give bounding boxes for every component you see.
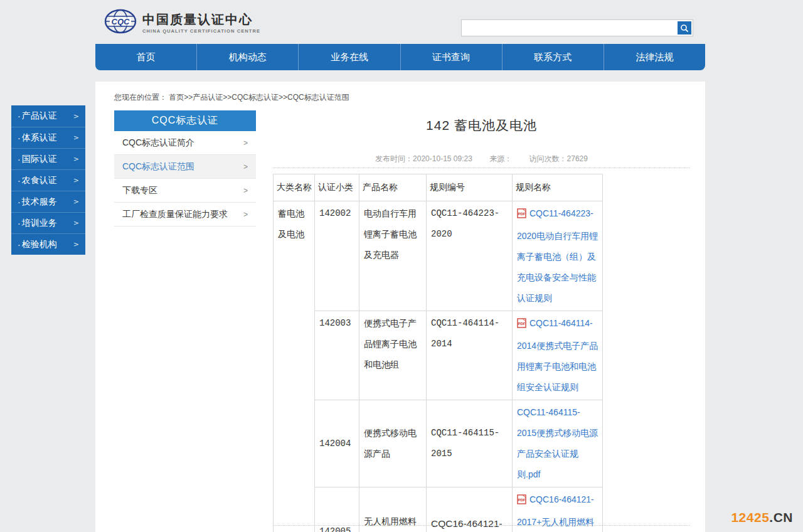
divider bbox=[273, 525, 690, 526]
sidebar-item-label: 技术服务 bbox=[22, 196, 73, 208]
column-header-product: 产品名称 bbox=[359, 174, 427, 201]
chevron-right-icon: > bbox=[73, 176, 79, 184]
cqc-globe-logo-icon: CQC bbox=[104, 9, 137, 36]
table-row: 142003 便携式电子产品锂离子电池和电池组 CQC11-464114-201… bbox=[274, 311, 603, 400]
rule-pdf-link[interactable]: PDFCQC16-464121-2017+无人机用燃料电池发电系统认证规则 bbox=[517, 494, 596, 532]
certification-rules-table: 大类名称 认证小类 产品名称 规则编号 规则名称 蓄电池及电池 142002 电… bbox=[273, 174, 603, 532]
site-subtitle: CHINA QUALITY CERTIFICATION CENTRE bbox=[142, 28, 260, 34]
pdf-icon: PDF bbox=[517, 491, 526, 512]
chevron-right-icon: > bbox=[73, 112, 79, 120]
pdf-icon: PDF bbox=[517, 315, 526, 336]
svg-text:PDF: PDF bbox=[518, 498, 526, 502]
sidebar-item-agrifood-cert[interactable]: · 农食认证 > bbox=[11, 169, 85, 191]
nav-item-legal[interactable]: 法律法规 bbox=[604, 44, 705, 70]
column-header-category: 大类名称 bbox=[274, 174, 315, 201]
article-meta: 发布时间：2020-10-15 09:23 来源： 访问次数：27629 bbox=[273, 154, 690, 164]
search-icon bbox=[680, 24, 689, 33]
publish-time-label: 发布时间： bbox=[375, 154, 413, 163]
source-label: 来源： bbox=[489, 154, 512, 163]
watermark-suffix: .CN bbox=[769, 510, 793, 524]
nav-item-contact[interactable]: 联系方式 bbox=[502, 44, 604, 70]
rule-pdf-link[interactable]: PDFCQC11-464223-2020电动自行车用锂离子蓄电池（组）及充电设备… bbox=[517, 208, 598, 303]
menu-item-downloads[interactable]: 下载专区 > bbox=[114, 179, 256, 203]
publish-time-value: 2020-10-15 09:23 bbox=[413, 154, 472, 163]
chevron-right-icon: > bbox=[243, 186, 248, 195]
bullet-icon: · bbox=[18, 240, 21, 250]
bullet-icon: · bbox=[18, 154, 21, 164]
rule-name-cell: CQC11-464115-2015便携式移动电源产品安全认证规则.pdf bbox=[513, 400, 603, 487]
rule-pdf-link[interactable]: CQC11-464115-2015便携式移动电源产品安全认证规则.pdf bbox=[517, 407, 598, 479]
menu-item-cqc-mark-intro[interactable]: CQC标志认证简介 > bbox=[114, 131, 256, 155]
rule-link-text: CQC11-464114-2014便携式电子产品用锂离子电池和电池组安全认证规则 bbox=[517, 318, 598, 392]
subclass-cell: 142003 bbox=[315, 311, 359, 400]
sidebar-item-label: 农食认证 bbox=[22, 175, 73, 186]
nav-item-certificate-query[interactable]: 证书查询 bbox=[400, 44, 502, 70]
chevron-right-icon: > bbox=[73, 198, 79, 206]
rule-pdf-link[interactable]: PDFCQC11-464114-2014便携式电子产品用锂离子电池和电池组安全认… bbox=[517, 318, 598, 392]
site-watermark: 12425.CN bbox=[731, 510, 793, 525]
product-cell: 便携式电子产品锂离子电池和电池组 bbox=[359, 311, 427, 400]
chevron-right-icon: > bbox=[73, 134, 79, 142]
sidebar-item-system-cert[interactable]: · 体系认证 > bbox=[11, 127, 85, 148]
sidebar-item-label: 产品认证 bbox=[22, 110, 73, 122]
svg-text:PDF: PDF bbox=[518, 322, 526, 326]
sidebar-item-technical-service[interactable]: · 技术服务 > bbox=[11, 191, 85, 212]
main-navigation: 首页 机构动态 业务在线 证书查询 联系方式 法律法规 bbox=[95, 44, 705, 70]
product-cell: 电动自行车用锂离子蓄电池及充电器 bbox=[359, 201, 427, 311]
sidebar-item-label: 体系认证 bbox=[22, 132, 73, 144]
chevron-right-icon: > bbox=[243, 162, 248, 171]
search-input[interactable] bbox=[462, 20, 693, 36]
nav-item-organization-news[interactable]: 机构动态 bbox=[196, 44, 298, 70]
rule-name-cell: PDFCQC11-464114-2014便携式电子产品用锂离子电池和电池组安全认… bbox=[513, 311, 603, 400]
site-title: 中国质量认证中心 bbox=[142, 12, 260, 27]
chevron-right-icon: > bbox=[73, 219, 79, 227]
table-header-row: 大类名称 认证小类 产品名称 规则编号 规则名称 bbox=[274, 174, 603, 201]
bullet-icon: · bbox=[18, 176, 21, 186]
category-cell: 蓄电池及电池 bbox=[274, 201, 315, 532]
sidebar-item-label: 检验机构 bbox=[22, 239, 73, 250]
site-logo[interactable]: CQC 中国质量认证中心 CHINA QUALITY CERTIFICATION… bbox=[104, 9, 260, 36]
nav-item-home[interactable]: 首页 bbox=[95, 44, 196, 70]
watermark-number: 12425 bbox=[731, 510, 769, 524]
subclass-cell: 142004 bbox=[315, 400, 359, 487]
nav-item-online-business[interactable]: 业务在线 bbox=[298, 44, 400, 70]
rule-name-cell: PDFCQC11-464223-2020电动自行车用锂离子蓄电池（组）及充电设备… bbox=[513, 201, 603, 311]
bullet-icon: · bbox=[18, 197, 21, 207]
sidebar-item-international-cert[interactable]: · 国际认证 > bbox=[11, 148, 85, 169]
divider bbox=[273, 168, 690, 168]
menu-item-label: 下载专区 bbox=[122, 185, 243, 196]
column-header-rule-no: 规则编号 bbox=[427, 174, 513, 201]
chevron-right-icon: > bbox=[243, 210, 248, 219]
primary-sidebar: · 产品认证 > · 体系认证 > · 国际认证 > · 农食认证 > · 技术… bbox=[11, 105, 85, 255]
table-row: 142004 便携式移动电源产品 CQC11-464115-2015 CQC11… bbox=[274, 400, 603, 487]
page-title: 142 蓄电池及电池 bbox=[273, 117, 690, 134]
sidebar-item-inspection-org[interactable]: · 检验机构 > bbox=[11, 233, 85, 255]
sidebar-item-label: 培训业务 bbox=[22, 218, 73, 229]
bullet-icon: · bbox=[18, 111, 21, 121]
visits-value: 27629 bbox=[567, 154, 588, 163]
search-button[interactable] bbox=[678, 21, 691, 35]
chevron-right-icon: > bbox=[73, 240, 79, 248]
rule-link-text: CQC16-464121-2017+无人机用燃料电池发电系统认证规则 bbox=[517, 494, 596, 532]
sidebar-item-product-cert[interactable]: · 产品认证 > bbox=[11, 105, 85, 127]
chevron-right-icon: > bbox=[73, 155, 79, 163]
cqc-mark-menu: CQC标志认证 CQC标志认证简介 > CQC标志认证范围 > 下载专区 > 工… bbox=[114, 110, 256, 226]
visits-label: 访问次数： bbox=[529, 154, 567, 163]
bullet-icon: · bbox=[18, 133, 21, 143]
pdf-icon: PDF bbox=[517, 205, 526, 226]
subclass-cell: 142002 bbox=[315, 201, 359, 311]
sidebar-item-training[interactable]: · 培训业务 > bbox=[11, 212, 85, 233]
column-header-rule-name: 规则名称 bbox=[513, 174, 603, 201]
chevron-right-icon: > bbox=[243, 139, 248, 147]
bullet-icon: · bbox=[18, 218, 21, 228]
rule-no-cell: CQC11-464114-2014 bbox=[427, 311, 513, 400]
menu-title: CQC标志认证 bbox=[114, 110, 256, 131]
table-row: 蓄电池及电池 142002 电动自行车用锂离子蓄电池及充电器 CQC11-464… bbox=[274, 201, 603, 311]
svg-text:CQC: CQC bbox=[112, 17, 130, 26]
sidebar-item-label: 国际认证 bbox=[22, 154, 73, 165]
menu-item-factory-inspection[interactable]: 工厂检查质量保证能力要求 > bbox=[114, 203, 256, 226]
menu-item-label: CQC标志认证简介 bbox=[122, 137, 243, 149]
column-header-subclass: 认证小类 bbox=[315, 174, 359, 201]
menu-item-cqc-mark-scope[interactable]: CQC标志认证范围 > bbox=[114, 155, 256, 179]
menu-item-label: 工厂检查质量保证能力要求 bbox=[122, 209, 243, 220]
